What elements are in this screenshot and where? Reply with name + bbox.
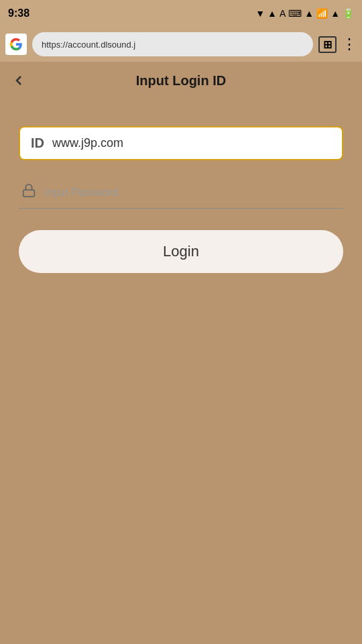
wifi-icon: 📶: [316, 8, 328, 19]
form-area: ID Login: [0, 99, 362, 300]
svg-rect-0: [23, 190, 35, 197]
network-icon: ▲: [330, 8, 340, 19]
password-input[interactable]: [44, 186, 341, 199]
menu-button[interactable]: ⋮: [342, 36, 357, 53]
page-title: Input Login ID: [136, 73, 226, 89]
lock-icon: [21, 183, 36, 201]
main-content: Input Login ID ID Login: [0, 62, 362, 644]
status-icons: ▼ ▲ A ⌨ ▲ 📶 ▲ 🔋: [255, 8, 354, 19]
status-bar: 9:38 ▼ ▲ A ⌨ ▲ 📶 ▲ 🔋: [0, 0, 362, 27]
battery-icon: 🔋: [343, 8, 354, 19]
status-time: 9:38: [8, 7, 29, 19]
google-logo: [5, 34, 27, 55]
browser-bar: https://account.dlsound.j ⊞ ⋮: [0, 27, 362, 62]
signal-icon: ▲: [304, 8, 314, 19]
upload-icon: ▲: [267, 8, 277, 19]
login-button-label: Login: [163, 243, 199, 260]
keyboard-icon: ⌨: [288, 8, 302, 19]
download-icon: ▼: [255, 8, 265, 19]
url-text: https://account.dlsound.j: [42, 40, 135, 50]
browser-actions: ⊞ ⋮: [318, 36, 357, 53]
login-id-input[interactable]: [52, 136, 331, 150]
id-input-wrapper[interactable]: ID: [19, 126, 343, 160]
bottom-area: [0, 300, 362, 644]
tabs-button[interactable]: ⊞: [318, 36, 337, 53]
url-bar[interactable]: https://account.dlsound.j: [32, 32, 313, 56]
status-left: 9:38: [8, 7, 29, 19]
a-icon: A: [280, 8, 286, 19]
top-nav: Input Login ID: [0, 62, 362, 99]
back-button[interactable]: [11, 72, 27, 89]
login-button[interactable]: Login: [19, 230, 343, 273]
password-input-wrapper[interactable]: [19, 176, 343, 209]
id-prefix-label: ID: [31, 136, 44, 151]
